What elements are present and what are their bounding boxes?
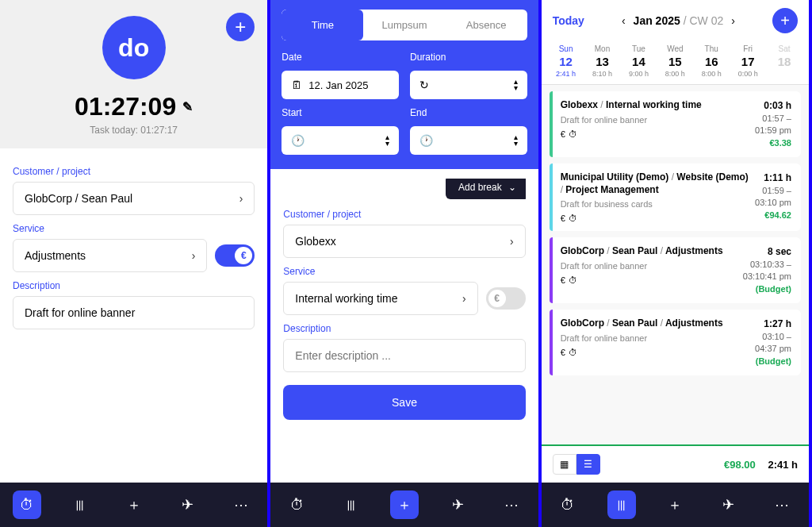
customer-select[interactable]: Globexx › bbox=[283, 225, 525, 258]
entry-amount: (Budget) bbox=[755, 356, 791, 367]
service-label: Service bbox=[13, 223, 255, 234]
edit-icon[interactable]: ✎ bbox=[182, 99, 193, 114]
nav-more[interactable]: ⋯ bbox=[227, 490, 255, 519]
timer-icon: ⏱ bbox=[569, 348, 577, 357]
tab-time[interactable]: Time bbox=[282, 10, 363, 40]
customer-value: Globexx bbox=[295, 235, 335, 248]
day-name: Mon bbox=[584, 44, 621, 53]
day-hours: 8:00 h bbox=[657, 70, 693, 78]
day-column[interactable]: Mon 13 8:10 h bbox=[584, 44, 621, 78]
service-select[interactable]: Adjustments › bbox=[13, 239, 207, 272]
nav-add[interactable]: ＋ bbox=[390, 490, 419, 519]
nav-absence[interactable]: ✈ bbox=[714, 490, 743, 519]
day-column[interactable]: Wed 15 8:00 h bbox=[657, 44, 693, 78]
entry-title: Municipal Utility (Demo) / Website (Demo… bbox=[561, 171, 749, 196]
save-button[interactable]: Save bbox=[283, 385, 525, 420]
entry-icons: € ⏱ bbox=[561, 213, 749, 223]
calendar-week: / CW 02 bbox=[684, 14, 724, 27]
customer-label: Customer / project bbox=[13, 166, 255, 177]
description-input[interactable] bbox=[283, 339, 525, 372]
entry-amount: €94.62 bbox=[755, 210, 791, 221]
billable-toggle[interactable]: € bbox=[486, 287, 526, 310]
duration-label: Duration bbox=[410, 52, 527, 63]
day-hours: 8:10 h bbox=[584, 70, 621, 78]
bottom-nav: ⏱ ⫼ ＋ ✈ ⋯ bbox=[542, 483, 809, 527]
day-column[interactable]: Fri 17 0:00 h bbox=[730, 44, 766, 78]
date-input[interactable]: 🗓 12. Jan 2025 bbox=[282, 71, 399, 99]
day-column[interactable]: Sat 18 bbox=[766, 44, 802, 78]
list-view-button[interactable]: ☰ bbox=[576, 454, 600, 475]
day-column[interactable]: Sun 12 2:41 h bbox=[548, 44, 584, 78]
entries-list: Globexx / Internal working time Draft fo… bbox=[542, 85, 809, 444]
entry-timerange: 01:57 –01:59 pm bbox=[755, 113, 791, 137]
end-input[interactable]: 🕐 ▴▾ bbox=[410, 126, 527, 155]
euro-icon: € bbox=[488, 290, 506, 307]
time-entry[interactable]: Municipal Utility (Demo) / Website (Demo… bbox=[550, 163, 801, 231]
service-value: Internal working time bbox=[295, 292, 397, 305]
stepper-icon: ▴▾ bbox=[514, 134, 518, 147]
chevron-right-icon: › bbox=[192, 249, 196, 262]
duration-input[interactable]: ↻ ▴▾ bbox=[410, 71, 527, 99]
billable-toggle[interactable]: € bbox=[215, 244, 255, 267]
day-name: Wed bbox=[657, 44, 693, 53]
tab-absence[interactable]: Absence bbox=[446, 10, 527, 40]
entry-timerange: 01:59 –03:10 pm bbox=[755, 185, 791, 210]
month-nav: ‹ Jan 2025 / CW 02 › bbox=[622, 14, 735, 27]
chevron-right-icon: › bbox=[510, 235, 514, 248]
time-entry[interactable]: GlobCorp / Sean Paul / Adjustments Draft… bbox=[550, 237, 801, 303]
entry-description: Draft for online banner bbox=[561, 333, 749, 343]
time-entry[interactable]: Globexx / Internal working time Draft fo… bbox=[550, 91, 801, 157]
add-break-button[interactable]: Add break ⌄ bbox=[446, 179, 526, 199]
nav-reports[interactable]: ⫼ bbox=[66, 490, 94, 519]
date-label: Date bbox=[282, 52, 399, 63]
day-name: Thu bbox=[693, 44, 730, 53]
day-column[interactable]: Thu 16 8:00 h bbox=[693, 44, 730, 78]
grid-view-button[interactable]: ▦ bbox=[553, 454, 576, 475]
day-name: Sun bbox=[548, 44, 584, 53]
euro-icon: € bbox=[235, 247, 252, 264]
service-select[interactable]: Internal working time › bbox=[283, 282, 477, 315]
nav-timer[interactable]: ⏱ bbox=[13, 490, 41, 519]
nav-timer[interactable]: ⏱ bbox=[283, 490, 312, 519]
nav-add[interactable]: ＋ bbox=[120, 490, 148, 519]
description-input[interactable]: Draft for online banner bbox=[13, 296, 255, 329]
nav-absence[interactable]: ✈ bbox=[443, 490, 472, 519]
nav-reports[interactable]: ⫼ bbox=[607, 490, 636, 519]
next-month-button[interactable]: › bbox=[731, 14, 735, 27]
timer-header: + do 01:27:09 ✎ Task today: 01:27:17 bbox=[0, 0, 267, 148]
prev-month-button[interactable]: ‹ bbox=[622, 14, 626, 27]
chevron-right-icon: › bbox=[462, 292, 466, 305]
start-input[interactable]: 🕐 ▴▾ bbox=[282, 126, 399, 155]
form-header: Time Lumpsum Absence Date Duration 🗓 12.… bbox=[270, 0, 538, 169]
view-toggle: ▦ ☰ bbox=[553, 454, 600, 475]
nav-more[interactable]: ⋯ bbox=[768, 490, 796, 519]
entry-timerange: 03:10 –04:37 pm bbox=[755, 331, 791, 356]
month-label: Jan 2025 bbox=[634, 14, 680, 27]
entry-timerange: 03:10:33 –03:10:41 pm bbox=[743, 259, 791, 283]
timer-panel: + do 01:27:09 ✎ Task today: 01:27:17 Cus… bbox=[0, 0, 270, 527]
description-label: Description bbox=[283, 323, 525, 334]
entry-type-tabs: Time Lumpsum Absence bbox=[282, 10, 527, 40]
tab-lumpsum[interactable]: Lumpsum bbox=[363, 10, 445, 40]
nav-more[interactable]: ⋯ bbox=[497, 490, 526, 519]
today-button[interactable]: Today bbox=[553, 14, 584, 27]
entry-duration: 8 sec bbox=[743, 245, 791, 259]
clock-icon: 🕐 bbox=[419, 134, 433, 147]
nav-absence[interactable]: ✈ bbox=[173, 490, 201, 519]
timer-subtext: Task today: 01:27:17 bbox=[13, 125, 255, 136]
nav-reports[interactable]: ⫼ bbox=[337, 490, 366, 519]
day-column[interactable]: Tue 14 9:00 h bbox=[620, 44, 657, 78]
total-hours: 2:41 h bbox=[768, 459, 798, 471]
nav-add[interactable]: ＋ bbox=[661, 490, 689, 519]
chevron-down-icon: ⌄ bbox=[508, 182, 516, 193]
time-entry[interactable]: GlobCorp / Sean Paul / Adjustments Draft… bbox=[550, 310, 801, 375]
customer-select[interactable]: GlobCorp / Sean Paul › bbox=[13, 182, 255, 215]
day-name: Sat bbox=[766, 44, 802, 53]
timer-icon: ⏱ bbox=[569, 129, 577, 139]
nav-timer[interactable]: ⏱ bbox=[553, 490, 582, 519]
add-button[interactable]: + bbox=[226, 13, 255, 41]
add-entry-button[interactable]: + bbox=[772, 8, 798, 33]
clock-icon: 🕐 bbox=[291, 134, 304, 147]
timer-value: 01:27:09 bbox=[75, 92, 176, 121]
customer-label: Customer / project bbox=[283, 209, 525, 220]
